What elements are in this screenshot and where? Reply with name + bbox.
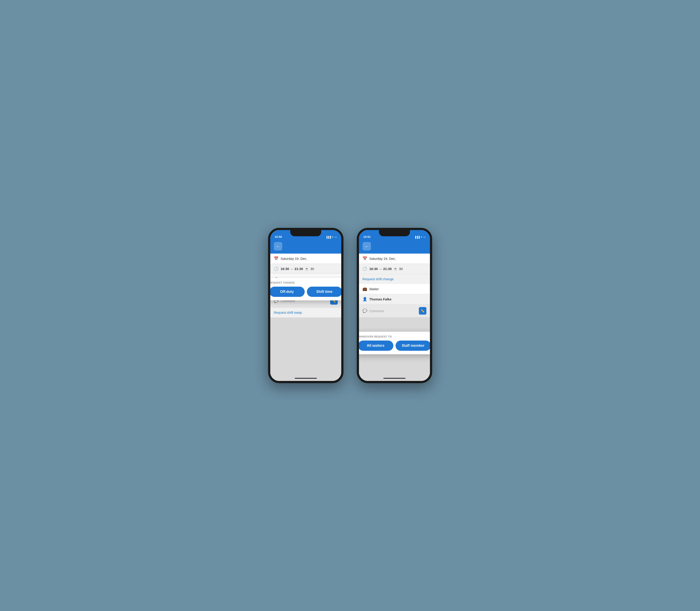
phone1-navbar: ← <box>270 240 341 254</box>
phone1-screen: 10:50 ▐▐▐ ▾ ▭ ← � <box>270 230 341 381</box>
phone1-gray-area <box>270 317 341 381</box>
phone2-shift-end: 21:30 <box>383 267 392 271</box>
phone2-signal-icon: ▐▐▐ <box>414 236 420 238</box>
phone2-shift-dash: – <box>380 267 381 271</box>
phone2-comment-icon: 💬 <box>363 309 367 313</box>
phone2-popup-buttons: All waiters Staff member <box>358 341 431 351</box>
phone2-role-row: 💼 Waiter <box>359 284 430 294</box>
phone1-time-row: 🕐 16:30 – 21:30 ☕ 30 <box>270 264 341 274</box>
phone2-screen: 10:51 ▐▐▐ ▾ ▭ ← � <box>359 230 430 381</box>
phone1-shift-time: 16:30 – 21:30 ☕ 30 <box>281 267 314 271</box>
phone1-break-minutes: 30 <box>310 267 314 271</box>
phone2-back-button[interactable]: ← <box>363 242 371 251</box>
phone1-back-arrow-icon: ← <box>276 244 280 249</box>
phone1-content: 📅 Saturday 19. Dec. 🕐 16:30 – 21:30 ☕ 30 <box>270 254 341 381</box>
phone1-shifttime-button[interactable]: Shift time <box>307 287 342 297</box>
phone1-shift-start: 16:30 <box>281 267 289 271</box>
phone2-edit-button[interactable]: ✏️ <box>419 307 426 315</box>
phone1-clock-icon: 🕐 <box>274 266 278 271</box>
phone2-date-label: Saturday 19. Dec. <box>369 257 396 260</box>
phone1-status-bar: 10:50 ▐▐▐ ▾ ▭ <box>270 230 341 240</box>
phone1-shift-dash: – <box>291 267 293 271</box>
phone2: 10:51 ▐▐▐ ▾ ▭ ← � <box>357 228 432 383</box>
phone1-wrapper: 10:50 ▐▐▐ ▾ ▭ ← � <box>268 228 344 383</box>
phone2-clock-icon: 🕐 <box>363 266 367 271</box>
phone1-wifi-icon: ▾ <box>332 236 334 238</box>
phone1-shift-swap-label: Request shift swap <box>274 311 302 314</box>
phone2-battery-icon: ▭ <box>423 236 426 238</box>
phone2-user-icon: 👤 <box>363 297 367 301</box>
phone1-battery-icon: ▭ <box>335 236 337 238</box>
phone1-shift-end: 21:30 <box>294 267 303 271</box>
phone2-comment-left: 💬 Comment <box>363 309 384 313</box>
phone1-date-label: Saturday 19. Dec. <box>281 257 307 260</box>
phone1: 10:50 ▐▐▐ ▾ ▭ ← � <box>268 228 344 383</box>
phone2-wifi-icon: ▾ <box>421 236 422 238</box>
phone2-person-name: Thomas Falke <box>369 297 392 301</box>
phone1-calendar-icon: 📅 <box>274 256 278 261</box>
phone2-status-bar: 10:51 ▐▐▐ ▾ ▭ <box>359 230 430 240</box>
phone2-request-shift-change-label: Request shift change <box>363 277 394 281</box>
phone2-content: 📅 Saturday 19. Dec. 🕐 16:30 – 21:30 ☕ 30 <box>359 254 430 381</box>
phone1-popup-title: REQUEST CHANGE <box>270 281 342 284</box>
phone2-allwaiters-button[interactable]: All waiters <box>358 341 393 351</box>
phone2-shift-start: 16:30 <box>369 267 378 271</box>
phone2-request-shift-change-row[interactable]: Request shift change <box>359 274 430 284</box>
phone1-popup: REQUEST CHANGE Off-duty Shift time <box>268 278 344 300</box>
phone2-shift-time: 16:30 – 21:30 ☕ 30 <box>369 267 403 271</box>
phone2-comment-row: 💬 Comment ✏️ <box>359 304 430 317</box>
phone1-offduty-button[interactable]: Off-duty <box>270 287 305 297</box>
phone2-person-row: 👤 Thomas Falke <box>359 294 430 304</box>
phone1-signal-icon: ▐▐▐ <box>326 236 331 238</box>
phone2-staffmember-button[interactable]: Staff member <box>396 341 431 351</box>
phone2-comment-placeholder: Comment <box>369 309 384 313</box>
phone2-time-row: 🕐 16:30 – 21:30 ☕ 30 <box>359 264 430 274</box>
phone1-back-button[interactable]: ← <box>274 242 282 251</box>
phone2-calendar-icon: 📅 <box>363 256 367 261</box>
phone2-status-icons: ▐▐▐ ▾ ▭ <box>414 236 425 238</box>
phone2-wrapper: 10:51 ▐▐▐ ▾ ▭ ← � <box>357 228 432 383</box>
phone2-break-minutes: 30 <box>399 267 403 271</box>
phone2-coffee-icon: ☕ <box>394 267 397 271</box>
phone1-date-row: 📅 Saturday 19. Dec. <box>270 254 341 264</box>
phone2-date-row: 📅 Saturday 19. Dec. <box>359 254 430 264</box>
phone2-popup: HANDOVER REQUEST TO All waiters Staff me… <box>357 332 432 354</box>
phone2-time: 10:51 <box>363 235 371 238</box>
phone1-shift-swap-row[interactable]: Request shift swap <box>270 308 341 317</box>
phone2-briefcase-icon: 💼 <box>363 287 367 291</box>
phone2-role-label: Waiter <box>369 287 379 291</box>
phone2-popup-title: HANDOVER REQUEST TO <box>358 335 431 338</box>
phone1-popup-buttons: Off-duty Shift time <box>270 287 342 297</box>
phone1-coffee-icon: ☕ <box>305 267 309 271</box>
phones-container: 10:50 ▐▐▐ ▾ ▭ ← � <box>268 228 432 383</box>
phone2-navbar: ← <box>359 240 430 254</box>
phone1-status-icons: ▐▐▐ ▾ ▭ <box>326 236 337 238</box>
phone2-back-arrow-icon: ← <box>365 244 369 249</box>
phone1-time: 10:50 <box>275 235 282 238</box>
